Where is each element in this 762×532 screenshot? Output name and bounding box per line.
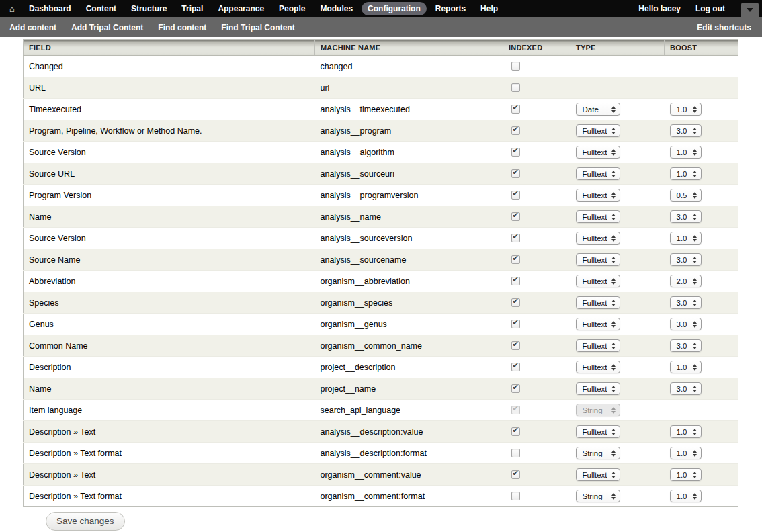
indexed-checkbox[interactable]: ✔	[511, 212, 520, 221]
type-select[interactable]: Fulltext	[576, 296, 620, 309]
type-select[interactable]: Fulltext	[576, 318, 620, 330]
type-select[interactable]: Fulltext	[576, 468, 620, 481]
indexed-checkbox[interactable]	[511, 62, 520, 71]
type-select[interactable]: Fulltext	[576, 232, 620, 245]
arrow-up-icon	[611, 364, 616, 367]
toolbar-item-people[interactable]: People	[273, 2, 311, 15]
boost-select[interactable]: 1.0	[670, 425, 702, 438]
checkmark-icon: ✔	[513, 275, 519, 284]
indexed-checkbox[interactable]: ✔	[511, 191, 520, 200]
type-select[interactable]: String	[576, 490, 620, 502]
indexed-checkbox[interactable]: ✔	[511, 320, 520, 328]
type-cell	[570, 56, 665, 77]
boost-select[interactable]: 3.0	[670, 124, 702, 137]
type-select[interactable]: Fulltext	[576, 210, 620, 223]
edit-shortcuts-link[interactable]: Edit shortcuts	[697, 23, 751, 32]
indexed-checkbox[interactable]: ✔	[511, 105, 520, 114]
user-greeting[interactable]: Hello lacey	[632, 2, 687, 15]
indexed-checkbox[interactable]	[511, 449, 520, 457]
indexed-cell	[503, 56, 570, 77]
indexed-cell: ✔	[503, 206, 570, 228]
shortcut-find-content[interactable]: Find content	[158, 23, 206, 32]
type-select[interactable]: Fulltext	[576, 361, 620, 373]
toolbar-item-content[interactable]: Content	[80, 2, 122, 15]
arrow-up-icon	[693, 450, 697, 453]
boost-select[interactable]: 3.0	[670, 339, 702, 352]
boost-select[interactable]: 2.0	[670, 275, 702, 287]
indexed-checkbox[interactable]: ✔	[511, 470, 520, 479]
boost-select[interactable]: 0.5	[670, 189, 702, 202]
stepper-arrows-icon	[611, 429, 616, 435]
shortcut-add-tripal-content[interactable]: Add Tripal Content	[71, 23, 143, 32]
indexed-checkbox[interactable]: ✔	[511, 126, 520, 135]
checkmark-icon: ✔	[513, 168, 519, 177]
indexed-checkbox[interactable]: ✔	[511, 384, 520, 393]
indexed-checkbox[interactable]	[511, 83, 520, 92]
toolbar-item-reports[interactable]: Reports	[429, 2, 472, 15]
boost-select[interactable]: 1.0	[670, 490, 702, 502]
type-select-value: Fulltext	[583, 320, 607, 328]
boost-select[interactable]: 1.0	[670, 146, 702, 159]
boost-select[interactable]: 3.0	[670, 210, 702, 223]
indexed-checkbox[interactable]: ✔	[511, 298, 520, 307]
arrow-up-icon	[693, 493, 697, 496]
indexed-checkbox[interactable]: ✔	[511, 234, 520, 242]
type-select[interactable]: Fulltext	[576, 146, 620, 159]
type-select[interactable]: Date	[576, 103, 620, 116]
arrow-up-icon	[693, 343, 697, 345]
boost-select[interactable]: 1.0	[670, 167, 702, 180]
type-cell: String	[570, 400, 665, 421]
indexed-checkbox[interactable]: ✔	[511, 277, 520, 285]
checkmark-icon: ✔	[513, 125, 519, 134]
shortcut-find-tripal-content[interactable]: Find Tripal Content	[221, 23, 294, 32]
save-changes-button[interactable]: Save changes	[46, 512, 125, 531]
indexed-checkbox[interactable]: ✔	[511, 255, 520, 264]
boost-select[interactable]: 1.0	[670, 468, 702, 481]
toolbar-item-modules[interactable]: Modules	[314, 2, 359, 15]
boost-select[interactable]: 3.0	[670, 296, 702, 309]
home-icon[interactable]: ⌂	[3, 4, 22, 14]
boost-select[interactable]: 3.0	[670, 318, 702, 330]
indexed-checkbox[interactable]: ✔	[511, 341, 520, 350]
type-select[interactable]: Fulltext	[576, 339, 620, 352]
boost-select[interactable]: 1.0	[670, 232, 702, 245]
toolbar-item-dashboard[interactable]: Dashboard	[23, 2, 77, 15]
machine-name: url	[315, 77, 503, 99]
boost-select[interactable]: 3.0	[670, 382, 702, 395]
indexed-checkbox[interactable]: ✔	[511, 363, 520, 371]
toolbar-toggle-button[interactable]	[741, 3, 759, 17]
toolbar-item-tripal[interactable]: Tripal	[175, 2, 209, 15]
type-select[interactable]: String	[576, 447, 620, 459]
type-select[interactable]: Fulltext	[576, 425, 620, 438]
logout-link[interactable]: Log out	[689, 2, 731, 15]
indexed-checkbox[interactable]: ✔	[511, 169, 520, 178]
boost-cell: 3.0	[665, 314, 738, 335]
type-select[interactable]: Fulltext	[576, 124, 620, 137]
field-label: Description » Text	[24, 421, 315, 443]
table-row: Nameanalysis__name✔Fulltext3.0	[24, 206, 738, 228]
type-select[interactable]: Fulltext	[576, 167, 620, 180]
table-row: Timeexecutedanalysis__timeexecuted✔Date1…	[24, 99, 738, 120]
boost-select[interactable]: 1.0	[670, 447, 702, 459]
field-label: URL	[24, 77, 315, 99]
shortcut-add-content[interactable]: Add content	[9, 23, 56, 32]
arrow-up-icon	[611, 149, 616, 152]
indexed-checkbox[interactable]: ✔	[511, 148, 520, 157]
toolbar-item-help[interactable]: Help	[474, 2, 504, 15]
indexed-checkbox[interactable]: ✔	[511, 427, 520, 436]
type-select[interactable]: Fulltext	[576, 253, 620, 266]
type-select[interactable]: Fulltext	[576, 275, 620, 287]
toolbar-item-structure[interactable]: Structure	[125, 2, 173, 15]
toolbar-item-appearance[interactable]: Appearance	[212, 2, 270, 15]
stepper-arrows-icon	[693, 235, 697, 242]
boost-select[interactable]: 1.0	[670, 361, 702, 373]
boost-select[interactable]: 3.0	[670, 253, 702, 266]
type-select[interactable]: Fulltext	[576, 382, 620, 395]
arrow-up-icon	[693, 171, 697, 173]
boost-select[interactable]: 1.0	[670, 103, 702, 116]
indexed-checkbox[interactable]	[511, 492, 520, 500]
machine-name: analysis__algorithm	[315, 142, 503, 163]
type-select[interactable]: Fulltext	[576, 189, 620, 202]
toolbar-item-configuration[interactable]: Configuration	[362, 2, 427, 15]
type-select-value: String	[583, 449, 603, 457]
